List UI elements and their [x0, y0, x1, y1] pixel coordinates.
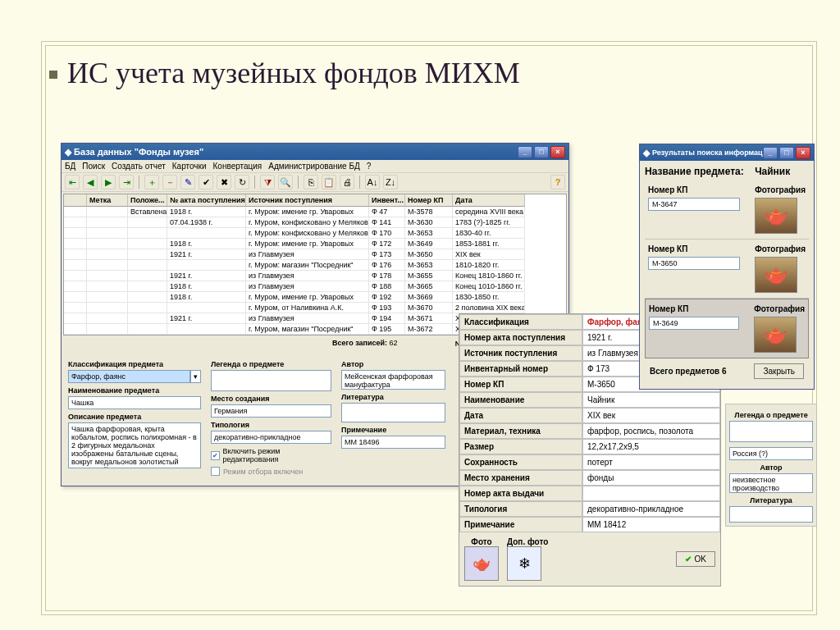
menu-admin[interactable]: Администрирование БД: [268, 162, 359, 171]
tool-paste-icon[interactable]: 📋: [322, 175, 336, 189]
tool-first-icon[interactable]: ⇤: [65, 175, 80, 189]
table-row[interactable]: Вставлена1918 г.г. Муром: имение гр. Ува…: [64, 207, 566, 217]
table-cell: Ф 178: [369, 271, 405, 281]
col-metka[interactable]: Метка: [87, 194, 128, 207]
typology-input[interactable]: декоративно-прикладное: [211, 431, 331, 444]
tool-cancel-icon[interactable]: ✖: [217, 175, 231, 189]
results-titlebar[interactable]: ◆ Результаты поиска информации о музейно…: [640, 144, 814, 161]
ls-author-input[interactable]: неизвестное производство: [729, 473, 813, 493]
detail-value: потерт: [582, 454, 720, 470]
name-input[interactable]: Чашка: [68, 396, 201, 409]
table-cell: [87, 207, 128, 217]
place-input[interactable]: Германия: [211, 404, 331, 418]
table-cell: [128, 313, 167, 324]
class-input[interactable]: Фарфор, фаянс: [68, 370, 190, 383]
col-source[interactable]: Источник поступления: [246, 194, 369, 207]
tool-print-icon[interactable]: 🖨: [340, 175, 354, 189]
tool-refresh-icon[interactable]: ↻: [235, 175, 249, 189]
ls-lit-input[interactable]: [729, 506, 813, 523]
col-mark[interactable]: [64, 194, 87, 207]
tool-sort-z-icon[interactable]: Z↓: [383, 175, 398, 189]
tool-save-icon[interactable]: ✔: [199, 175, 213, 189]
table-row[interactable]: г. Муром: конфисковано у МеляковаФ 170М-…: [64, 228, 566, 239]
table-row[interactable]: 1921 г.из ГлавмузеяФ 178М-3655Конец 1810…: [64, 271, 566, 281]
result-row[interactable]: Номер КПМ-3649Фотография🫖: [645, 299, 809, 358]
typology-label: Типология: [211, 421, 331, 429]
photo-label: Фото: [464, 537, 499, 546]
table-cell: Ф 173: [369, 249, 405, 260]
tool-add-icon[interactable]: ＋: [144, 175, 159, 189]
maximize-button[interactable]: □: [534, 146, 549, 158]
photo-thumb[interactable]: 🫖: [464, 546, 499, 581]
author-input[interactable]: Мейсенская фарфоровая мануфактура: [341, 370, 445, 390]
note-input[interactable]: ММ 18496: [341, 436, 445, 449]
col-inv[interactable]: Инвент...: [369, 194, 405, 207]
result-row[interactable]: Номер КПМ-3647Фотография🫖: [645, 180, 809, 240]
ok-button[interactable]: ✔OK: [676, 551, 715, 567]
legend-input[interactable]: [211, 370, 331, 391]
results-close-button[interactable]: ×: [796, 147, 810, 159]
ls-country-input[interactable]: Россия (?): [729, 447, 813, 460]
col-pos[interactable]: Положе...: [128, 194, 167, 207]
col-act[interactable]: № акта поступления: [167, 194, 246, 207]
tool-prev-icon[interactable]: ◀: [83, 175, 98, 189]
minimize-button[interactable]: _: [518, 146, 532, 158]
tool-last-icon[interactable]: ⇥: [119, 175, 134, 189]
res-total-label: Всего предметов: [650, 367, 719, 376]
tool-copy-icon[interactable]: ⎘: [304, 175, 318, 189]
tool-next-icon[interactable]: ▶: [101, 175, 116, 189]
detail-row: Материал, техникафарфор, роспись, позоло…: [459, 423, 720, 439]
tool-del-icon[interactable]: －: [162, 175, 177, 189]
table-cell: 1830-1850 гг.: [453, 292, 525, 303]
table-cell: г. Муром: конфисковано у Мелякова: [246, 228, 369, 239]
table-row[interactable]: г. Муром, от Наливкина А.К.Ф 193М-36702 …: [64, 303, 566, 313]
close-button[interactable]: ×: [550, 146, 565, 158]
menu-search[interactable]: Поиск: [82, 162, 105, 171]
table-row[interactable]: 07.04.1938 г.г. Муром, конфисковано у Ме…: [64, 217, 566, 228]
menu-report[interactable]: Создать отчет: [112, 162, 166, 171]
table-cell: 2 половина XIX века: [453, 303, 525, 313]
photo2-thumb[interactable]: ❄: [507, 546, 541, 581]
results-min-button[interactable]: _: [763, 147, 778, 159]
desc-textarea[interactable]: Чашка фарфоровая, крыта кобальтом, роспи…: [68, 422, 201, 468]
menu-db[interactable]: БД: [65, 162, 75, 171]
table-row[interactable]: 1918 г.г. Муром: имение гр. УваровыхФ 17…: [64, 239, 566, 249]
result-photo[interactable]: 🫖: [755, 257, 797, 293]
table-cell: [128, 217, 167, 228]
class-dropdown-icon[interactable]: ▾: [190, 370, 201, 383]
col-kp[interactable]: Номер КП: [405, 194, 453, 207]
detail-label: Номер акта выдачи: [459, 486, 582, 501]
table-cell: [128, 271, 167, 281]
right-panel: Автор Мейсенская фарфоровая мануфактура …: [338, 354, 449, 482]
results-close-btn[interactable]: Закрыть: [754, 363, 804, 379]
ok-label: OK: [695, 555, 706, 564]
edit-mode-checkbox[interactable]: ✔ Включить режим редактирования: [211, 447, 331, 463]
tool-info-icon[interactable]: ?: [550, 175, 565, 189]
ls-legend-input[interactable]: [729, 421, 813, 442]
table-cell: 1783 (?)-1825 гг.: [453, 217, 525, 228]
tool-edit-icon[interactable]: ✎: [180, 175, 195, 189]
main-titlebar[interactable]: ◆ База данных "Фонды музея" _ □ ×: [62, 144, 568, 160]
results-max-button[interactable]: □: [779, 147, 794, 159]
tool-filter-icon[interactable]: ⧩: [260, 175, 275, 189]
table-row[interactable]: 1918 г.г. Муром, имение гр. УваровыхФ 19…: [64, 292, 566, 303]
menu-convert[interactable]: Конвертация: [213, 162, 262, 171]
table-row[interactable]: 1921 г.из ГлавмузеяФ 173М-3650XIX век: [64, 249, 566, 260]
tool-find-icon[interactable]: 🔍: [278, 175, 293, 189]
table-cell: [87, 313, 128, 324]
ls-legend-label: Легенда о предмете: [729, 411, 813, 419]
col-date[interactable]: Дата: [453, 194, 525, 207]
table-row[interactable]: г. Муром: магазин "Посредник"Ф 176М-3653…: [64, 260, 566, 271]
tool-sort-a-icon[interactable]: A↓: [365, 175, 380, 189]
result-row[interactable]: Номер КПМ-3650Фотография🫖: [645, 240, 809, 299]
table-cell: [167, 260, 246, 271]
result-photo[interactable]: 🫖: [754, 317, 797, 353]
menu-help[interactable]: ?: [367, 162, 372, 171]
lit-input[interactable]: [341, 403, 445, 422]
result-photo[interactable]: 🫖: [755, 198, 797, 234]
menu-cards[interactable]: Карточки: [172, 162, 207, 171]
detail-value: ММ 18412: [582, 517, 720, 532]
table-cell: [87, 260, 128, 271]
table-cell: Ф 188: [369, 281, 405, 292]
table-row[interactable]: 1918 г.из ГлавмузеяФ 188М-3665Конец 1010…: [64, 281, 566, 292]
